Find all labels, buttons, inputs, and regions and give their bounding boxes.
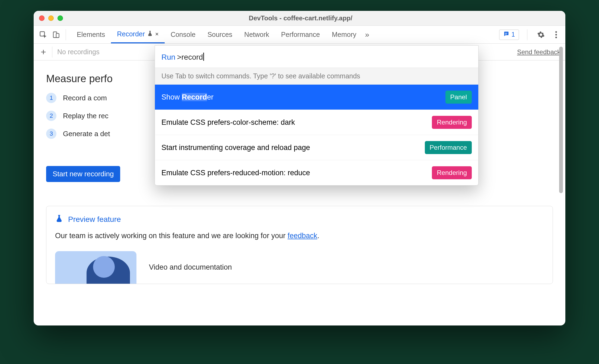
- preview-feature-body: Our team is actively working on this fea…: [55, 230, 544, 241]
- run-prompt-label: Run: [161, 53, 175, 62]
- svg-rect-2: [56, 33, 59, 37]
- command-palette-input[interactable]: Run >record: [155, 46, 478, 68]
- command-palette-hint: Use Tab to switch commands. Type '?' to …: [155, 68, 478, 85]
- inspect-element-button[interactable]: [37, 29, 49, 40]
- command-palette-item-badge: Rendering: [432, 166, 472, 179]
- step-3-text: Generate a det: [63, 130, 110, 138]
- preview-feature-card: Preview feature Our team is actively wor…: [46, 206, 553, 284]
- step-2-text: Replay the rec: [63, 112, 109, 120]
- step-1-text: Record a com: [63, 94, 107, 102]
- command-palette-item[interactable]: Emulate CSS prefers-reduced-motion: redu…: [155, 160, 478, 185]
- panel-tabs: Elements Recorder × Console Sources Netw…: [71, 26, 369, 43]
- command-palette: Run >record Use Tab to switch commands. …: [155, 45, 479, 186]
- tab-console[interactable]: Console: [165, 26, 202, 43]
- step-3-number: 3: [46, 129, 56, 139]
- send-feedback-link[interactable]: Send feedback: [517, 48, 560, 56]
- preview-media-row: Video and documentation: [55, 251, 544, 284]
- tab-memory[interactable]: Memory: [326, 26, 362, 43]
- start-new-recording-button[interactable]: Start new recording: [46, 166, 120, 182]
- command-palette-item-badge: Panel: [445, 91, 472, 104]
- command-palette-item[interactable]: Show RecorderPanel: [155, 85, 478, 110]
- command-palette-item-label: Emulate CSS prefers-reduced-motion: redu…: [161, 169, 310, 177]
- messages-chip[interactable]: 1: [499, 30, 519, 40]
- tab-network[interactable]: Network: [238, 26, 275, 43]
- step-1-number: 1: [46, 93, 56, 103]
- tab-recorder[interactable]: Recorder ×: [111, 26, 165, 43]
- tab-elements[interactable]: Elements: [71, 26, 111, 43]
- command-palette-item-badge: Rendering: [432, 116, 472, 129]
- feedback-link[interactable]: feedback: [288, 232, 317, 240]
- toggle-device-toolbar-button[interactable]: [50, 29, 62, 40]
- messages-count: 1: [511, 31, 515, 38]
- main-toolbar: Elements Recorder × Console Sources Netw…: [34, 26, 565, 44]
- command-palette-item-badge: Performance: [425, 141, 472, 154]
- command-palette-item[interactable]: Start instrumenting coverage and reload …: [155, 135, 478, 160]
- new-recording-button[interactable]: +: [37, 46, 50, 59]
- step-2-number: 2: [46, 111, 56, 121]
- svg-rect-4: [505, 34, 507, 34]
- no-recordings-label: No recordings: [57, 48, 100, 56]
- more-options-button[interactable]: [551, 29, 562, 40]
- query-prefix: >: [177, 53, 181, 62]
- close-tab-button[interactable]: ×: [155, 31, 159, 38]
- command-palette-item[interactable]: Emulate CSS prefers-color-scheme: darkRe…: [155, 110, 478, 135]
- tab-sources[interactable]: Sources: [202, 26, 238, 43]
- window-title: DevTools - coffee-cart.netlify.app/: [41, 14, 560, 22]
- video-title: Video and documentation: [149, 263, 232, 272]
- titlebar: DevTools - coffee-cart.netlify.app/: [34, 11, 565, 26]
- kebab-icon: [555, 31, 557, 38]
- preview-feature-title: Preview feature: [68, 215, 121, 224]
- query-text: record: [181, 53, 203, 62]
- scrollbar-thumb[interactable]: [559, 47, 563, 193]
- command-palette-item-label: Start instrumenting coverage and reload …: [161, 143, 310, 152]
- beaker-icon: [55, 214, 63, 224]
- svg-rect-3: [505, 33, 508, 33]
- video-thumbnail[interactable]: [55, 251, 136, 284]
- vertical-scrollbar[interactable]: [558, 47, 564, 320]
- settings-button[interactable]: [536, 29, 546, 40]
- tab-performance[interactable]: Performance: [275, 26, 326, 43]
- text-caret: [203, 53, 204, 61]
- more-tabs-button[interactable]: »: [365, 30, 369, 39]
- experiment-beaker-icon: [147, 30, 153, 38]
- command-palette-results: Show RecorderPanelEmulate CSS prefers-co…: [155, 85, 478, 185]
- command-palette-item-label: Emulate CSS prefers-color-scheme: dark: [161, 118, 295, 127]
- message-icon: [503, 31, 509, 39]
- devtools-window: DevTools - coffee-cart.netlify.app/: [34, 11, 565, 325]
- command-palette-item-label: Show Recorder: [161, 93, 214, 101]
